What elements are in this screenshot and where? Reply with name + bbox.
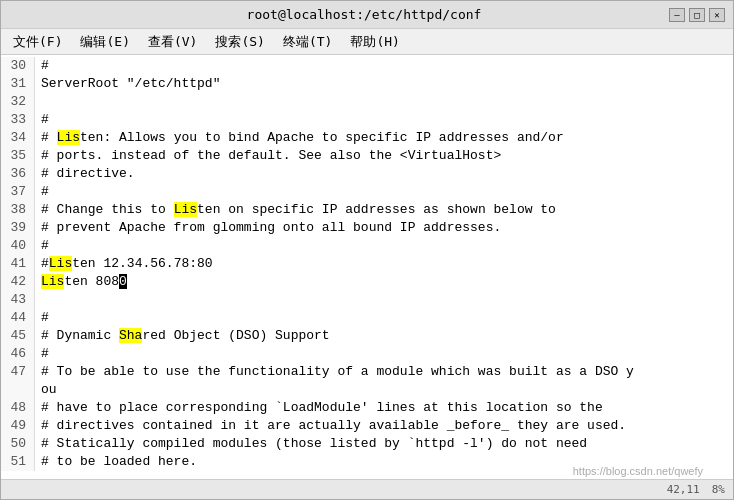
menu-edit[interactable]: 编辑(E): [72, 31, 137, 53]
line-content: # directive.: [35, 165, 135, 183]
title-bar: root@localhost:/etc/httpd/conf — □ ✕: [1, 1, 733, 29]
table-row: 40 #: [1, 237, 733, 255]
line-content: Listen 8080: [35, 273, 127, 291]
table-row: 44 #: [1, 309, 733, 327]
table-row: 33 #: [1, 111, 733, 129]
menu-search[interactable]: 搜索(S): [207, 31, 272, 53]
line-content: [35, 291, 49, 309]
line-content: # Listen: Allows you to bind Apache to s…: [35, 129, 564, 147]
line-content: # Dynamic Shared Object (DSO) Support: [35, 327, 330, 345]
table-row: 48 # have to place corresponding `LoadMo…: [1, 399, 733, 417]
line-number: [1, 381, 35, 399]
line-number: 49: [1, 417, 35, 435]
watermark: https://blog.csdn.net/qwefy: [573, 465, 703, 477]
line-content: # Statically compiled modules (those lis…: [35, 435, 587, 453]
table-row: 38 # Change this to Listen on specific I…: [1, 201, 733, 219]
line-number: 38: [1, 201, 35, 219]
line-content: # ports. instead of the default. See als…: [35, 147, 501, 165]
editor-content[interactable]: 30 # 31 ServerRoot "/etc/httpd" 32 33 # …: [1, 55, 733, 479]
cursor-position: 42,11: [667, 483, 700, 496]
table-row: ou: [1, 381, 733, 399]
line-number: 45: [1, 327, 35, 345]
line-number: 48: [1, 399, 35, 417]
line-number: 30: [1, 57, 35, 75]
table-row: 45 # Dynamic Shared Object (DSO) Support: [1, 327, 733, 345]
line-number: 37: [1, 183, 35, 201]
menu-bar: 文件(F) 编辑(E) 查看(V) 搜索(S) 终端(T) 帮助(H): [1, 29, 733, 55]
table-row: 37 #: [1, 183, 733, 201]
line-number: 44: [1, 309, 35, 327]
line-content: #: [35, 111, 49, 129]
maximize-button[interactable]: □: [689, 8, 705, 22]
line-number: 51: [1, 453, 35, 471]
table-row: 30 #: [1, 57, 733, 75]
line-content: #: [35, 57, 49, 75]
line-number: 36: [1, 165, 35, 183]
line-number: 32: [1, 93, 35, 111]
minimize-button[interactable]: —: [669, 8, 685, 22]
line-number: 42: [1, 273, 35, 291]
table-row: 34 # Listen: Allows you to bind Apache t…: [1, 129, 733, 147]
menu-help[interactable]: 帮助(H): [342, 31, 407, 53]
table-row: 43: [1, 291, 733, 309]
line-content: # prevent Apache from glomming onto all …: [35, 219, 501, 237]
table-row: 42 Listen 8080: [1, 273, 733, 291]
line-number: 35: [1, 147, 35, 165]
editor-area[interactable]: 30 # 31 ServerRoot "/etc/httpd" 32 33 # …: [1, 55, 733, 479]
line-content: # directives contained in it are actuall…: [35, 417, 626, 435]
line-content: #: [35, 345, 49, 363]
line-number: 47: [1, 363, 35, 381]
line-number: 34: [1, 129, 35, 147]
line-number: 31: [1, 75, 35, 93]
window-title: root@localhost:/etc/httpd/conf: [59, 7, 669, 22]
line-content: #: [35, 237, 49, 255]
window-controls: — □ ✕: [669, 8, 725, 22]
table-row: 50 # Statically compiled modules (those …: [1, 435, 733, 453]
line-content: # to be loaded here.: [35, 453, 197, 471]
line-content: ServerRoot "/etc/httpd": [35, 75, 220, 93]
line-content: # have to place corresponding `LoadModul…: [35, 399, 603, 417]
line-number: 40: [1, 237, 35, 255]
line-number: 46: [1, 345, 35, 363]
line-content: [35, 93, 49, 111]
line-number: 50: [1, 435, 35, 453]
line-content: ou: [35, 381, 57, 399]
line-content: # To be able to use the functionality of…: [35, 363, 634, 381]
table-row: 46 #: [1, 345, 733, 363]
line-content: # Change this to Listen on specific IP a…: [35, 201, 556, 219]
line-content: #: [35, 309, 49, 327]
menu-terminal[interactable]: 终端(T): [275, 31, 340, 53]
table-row: 47 # To be able to use the functionality…: [1, 363, 733, 381]
line-number: 33: [1, 111, 35, 129]
line-number: 39: [1, 219, 35, 237]
table-row: 31 ServerRoot "/etc/httpd": [1, 75, 733, 93]
scroll-percent: 8%: [712, 483, 725, 496]
main-window: root@localhost:/etc/httpd/conf — □ ✕ 文件(…: [0, 0, 734, 500]
table-row: 41 #Listen 12.34.56.78:80: [1, 255, 733, 273]
line-content: #Listen 12.34.56.78:80: [35, 255, 213, 273]
table-row: 49 # directives contained in it are actu…: [1, 417, 733, 435]
close-button[interactable]: ✕: [709, 8, 725, 22]
table-row: 35 # ports. instead of the default. See …: [1, 147, 733, 165]
line-number: 41: [1, 255, 35, 273]
line-number: 43: [1, 291, 35, 309]
table-row: 39 # prevent Apache from glomming onto a…: [1, 219, 733, 237]
menu-view[interactable]: 查看(V): [140, 31, 205, 53]
status-bar: 42,11 8%: [1, 479, 733, 499]
table-row: 36 # directive.: [1, 165, 733, 183]
table-row: 32: [1, 93, 733, 111]
line-content: #: [35, 183, 49, 201]
menu-file[interactable]: 文件(F): [5, 31, 70, 53]
